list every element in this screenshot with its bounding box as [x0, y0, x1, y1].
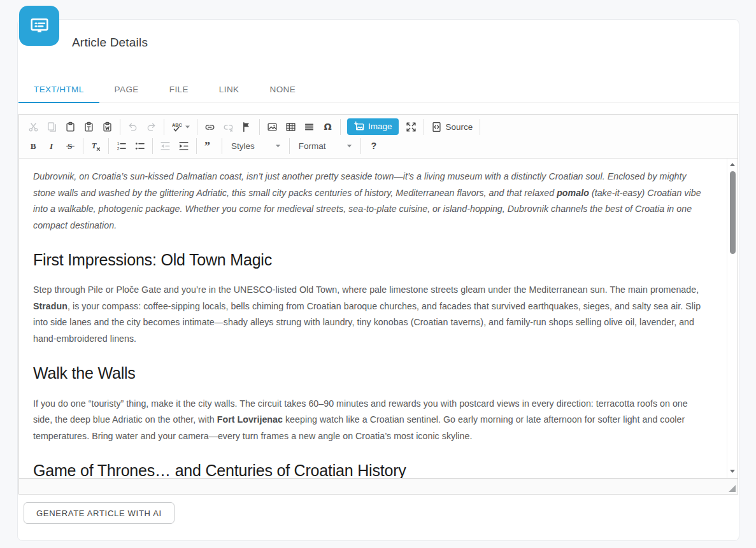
special-character-button[interactable]: Ω: [319, 120, 336, 134]
toolbar-separator: [108, 138, 109, 154]
horizontal-line-button[interactable]: [301, 120, 318, 134]
horizontal-line-icon: [304, 122, 315, 132]
copy-icon: [46, 122, 57, 132]
bulleted-list-button[interactable]: [131, 139, 148, 153]
redo-button: [143, 120, 160, 134]
cut-icon: [28, 122, 39, 132]
copy-button: [43, 120, 61, 134]
toolbar-separator: [196, 138, 197, 154]
numbered-list-icon: 12: [116, 141, 127, 151]
spell-check-icon: ABC: [171, 122, 182, 132]
article-heading: First Impressions: Old Town Magic: [33, 250, 708, 270]
tab-bar: TEXT/HTMLPAGEFILELINKNONE: [18, 78, 739, 103]
toolbar-separator: [340, 119, 341, 135]
tab-none[interactable]: NONE: [254, 78, 311, 102]
bold-button[interactable]: B: [25, 139, 42, 153]
source-icon: [431, 122, 442, 132]
redo-icon: [146, 122, 157, 132]
article-paragraph: Step through Pile or Ploče Gate and you’…: [33, 282, 708, 347]
spell-check-button[interactable]: ABC: [168, 120, 193, 134]
link-icon: [204, 122, 215, 132]
toolbar-separator: [152, 138, 153, 154]
monitor-list-icon: [27, 14, 52, 38]
editor-scrollbar[interactable]: [727, 158, 738, 478]
insert-table-icon: [285, 122, 296, 132]
undo-button: [124, 120, 141, 134]
strikethrough-icon: S: [65, 141, 76, 151]
resize-handle-icon[interactable]: [729, 485, 736, 492]
editor-content[interactable]: Dubrovnik, on Croatia’s sun-kissed Dalma…: [19, 158, 727, 478]
paste-from-word-icon: [102, 122, 113, 132]
paste-button[interactable]: [62, 120, 79, 134]
format-button[interactable]: Format: [294, 139, 357, 153]
toolbar-separator: [83, 138, 83, 154]
toolbar-separator: [164, 119, 164, 135]
paste-icon: [65, 122, 76, 132]
source-button[interactable]: Source: [428, 120, 476, 134]
increase-indent-button[interactable]: [175, 139, 192, 153]
blockquote-icon: ”: [204, 141, 215, 151]
styles-caret-icon: [276, 144, 280, 148]
anchor-button[interactable]: [238, 120, 255, 134]
image-upload-label: Image: [368, 122, 392, 131]
image-upload-icon: [353, 121, 364, 132]
strikethrough-button[interactable]: S: [62, 139, 79, 153]
svg-text:T: T: [92, 141, 97, 150]
article-heading: Game of Thrones… and Centuries of Croati…: [33, 461, 708, 478]
unlink-icon: [223, 122, 234, 132]
editor-content-area: Dubrovnik, on Croatia’s sun-kissed Dalma…: [19, 158, 738, 478]
tab-page[interactable]: PAGE: [99, 78, 154, 102]
help-button[interactable]: ?: [365, 139, 382, 153]
svg-text:1: 1: [117, 141, 120, 146]
editor-toolbar-row1: ABCΩImageSource: [19, 115, 738, 136]
toolbar-separator: [360, 138, 361, 154]
toolbar-separator: [480, 119, 480, 135]
scrollbar-thumb[interactable]: [730, 171, 736, 254]
paste-from-word-button[interactable]: [99, 120, 116, 134]
svg-text:I: I: [49, 141, 53, 151]
richtext-editor: ABCΩImageSource BIST12”StylesFormat? Dub…: [18, 114, 738, 495]
article-paragraph: Dubrovnik, on Croatia’s sun-kissed Dalma…: [33, 169, 708, 234]
spell-check-caret-icon: [185, 125, 190, 129]
anchor-icon: [241, 122, 252, 132]
help-icon: ?: [368, 141, 379, 151]
link-button[interactable]: [201, 120, 218, 134]
article-details-card: Article Details TEXT/HTMLPAGEFILELINKNON…: [17, 19, 739, 541]
image-upload-button[interactable]: Image: [347, 118, 399, 135]
tab-text-html[interactable]: TEXT/HTML: [18, 78, 99, 102]
toolbar-separator: [424, 119, 424, 135]
increase-indent-icon: [178, 141, 189, 151]
insert-image-button[interactable]: [264, 120, 281, 134]
toolbar-separator: [289, 138, 290, 154]
paste-plain-text-icon: [83, 122, 94, 132]
unlink-button: [220, 120, 237, 134]
undo-icon: [127, 122, 138, 132]
card-header: Article Details: [18, 20, 739, 78]
insert-table-button[interactable]: [282, 120, 299, 134]
page-title: Article Details: [72, 36, 739, 50]
maximize-button[interactable]: [403, 120, 420, 134]
blockquote-button[interactable]: ”: [201, 139, 218, 153]
tab-link[interactable]: LINK: [204, 78, 255, 102]
scroll-down-icon[interactable]: [730, 470, 735, 473]
generate-article-button[interactable]: GENERATE ARTICLE WITH AI: [24, 502, 175, 524]
svg-text:”: ”: [204, 141, 210, 151]
italic-button[interactable]: I: [43, 139, 61, 153]
svg-text:ABC: ABC: [172, 122, 182, 127]
maximize-icon: [406, 122, 417, 132]
remove-format-icon: T: [90, 141, 101, 151]
scroll-up-icon[interactable]: [730, 163, 735, 166]
bold-icon: B: [28, 141, 39, 151]
remove-format-button[interactable]: T: [87, 139, 104, 153]
numbered-list-button[interactable]: 12: [113, 139, 130, 153]
tab-file[interactable]: FILE: [154, 78, 204, 102]
toolbar-separator: [259, 119, 260, 135]
editor-toolbar-row2: BIST12”StylesFormat?: [19, 136, 738, 158]
decrease-indent-button: [157, 139, 174, 153]
styles-button[interactable]: Styles: [226, 139, 285, 153]
italic-icon: I: [46, 141, 57, 151]
paste-plain-text-button[interactable]: [80, 120, 97, 134]
article-heading: Walk the Walls: [33, 363, 708, 383]
format-label: Format: [299, 141, 326, 151]
article-details-icon: [19, 6, 59, 46]
